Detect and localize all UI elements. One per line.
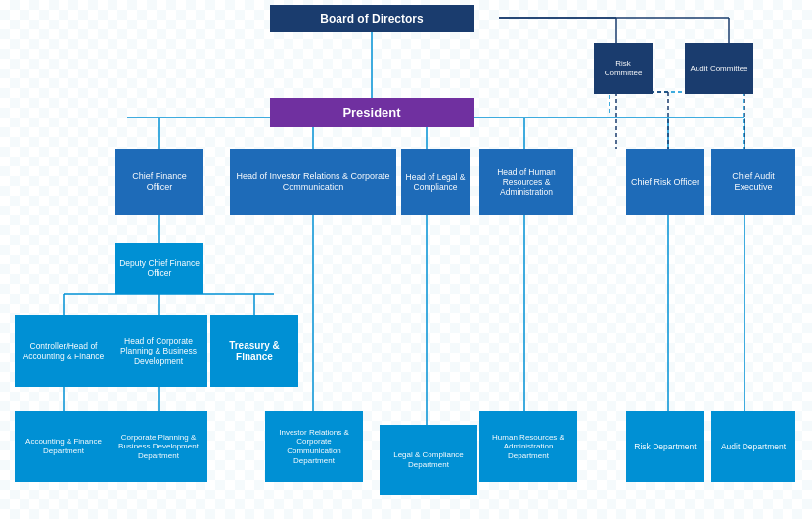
accounting-finance-dept: Accounting & Finance Department xyxy=(15,411,113,482)
head-legal-compliance: Head of Legal & Compliance xyxy=(401,149,470,215)
investor-relations-dept: Investor Relations & Corporate Communica… xyxy=(265,411,363,482)
board-of-directors: Board of Directors xyxy=(270,5,474,32)
hr-dept: Human Resources & Administration Departm… xyxy=(479,411,577,482)
head-investor-relations: Head of Investor Relations & Corporate C… xyxy=(230,149,396,215)
risk-dept: Risk Department xyxy=(626,411,704,482)
controller-head-accounting: Controller/Head of Accounting & Finance xyxy=(15,315,113,387)
chief-risk-officer: Chief Risk Officer xyxy=(626,149,704,215)
head-corporate-planning: Head of Corporate Planning & Business De… xyxy=(110,315,207,387)
audit-dept: Audit Department xyxy=(711,411,795,482)
risk-committee: Risk Committee xyxy=(594,43,653,94)
chief-finance-officer: Chief Finance Officer xyxy=(115,149,203,215)
treasury-finance: Treasury & Finance xyxy=(210,315,298,387)
deputy-cfo: Deputy Chief Finance Officer xyxy=(115,243,203,294)
legal-compliance-dept: Legal & Compliance Department xyxy=(380,425,477,495)
org-chart: Board of Directors Risk Committee Audit … xyxy=(0,0,812,519)
president: President xyxy=(270,98,474,127)
audit-committee: Audit Committee xyxy=(685,43,753,94)
chief-audit-executive: Chief Audit Executive xyxy=(711,149,795,215)
head-human-resources: Head of Human Resources & Administration xyxy=(479,149,573,215)
corporate-planning-dept: Corporate Planning & Business Developmen… xyxy=(110,411,207,482)
